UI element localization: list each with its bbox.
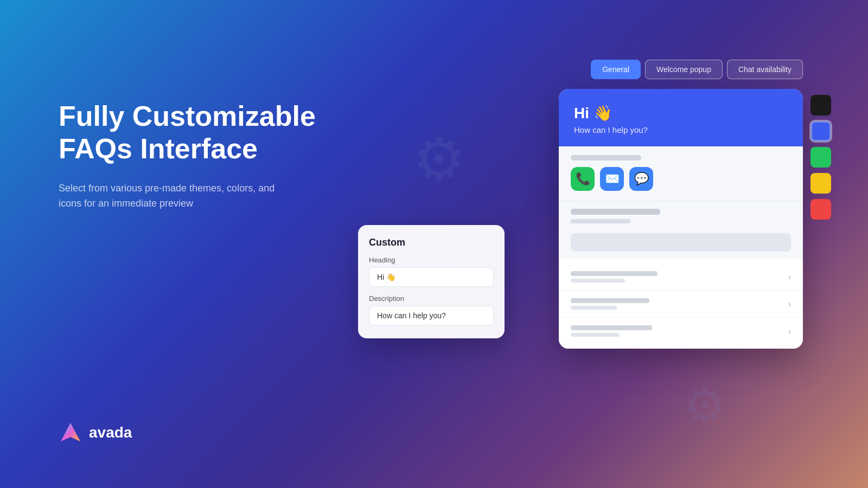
chat-description: How can I help you?	[574, 125, 788, 134]
description-label: Description	[369, 294, 494, 303]
email-icon: ✉️	[605, 172, 620, 186]
hero-section: Fully Customizable FAQs Interface Select…	[59, 100, 362, 211]
faq-item-2[interactable]: ›	[559, 291, 803, 318]
faq-bar-2-short	[571, 306, 617, 310]
contact-icons-row: 📞 ✉️ 💬	[571, 167, 791, 191]
email-icon-circle[interactable]: ✉️	[600, 167, 624, 191]
faq-item-1[interactable]: ›	[559, 264, 803, 291]
swatch-yellow[interactable]	[810, 173, 831, 194]
tab-welcome[interactable]: Welcome popup	[645, 60, 723, 79]
hero-subtitle: Select from various pre-made themes, col…	[59, 181, 297, 212]
messenger-icon-circle[interactable]: 💬	[629, 167, 653, 191]
faq-item-3[interactable]: ›	[559, 318, 803, 344]
faq-chevron-2: ›	[788, 299, 791, 309]
contact-section: 📞 ✉️ 💬	[559, 146, 803, 201]
chat-greeting: Hi 👋	[574, 104, 788, 122]
faq-bar-1-short	[571, 279, 625, 282]
tabs-bar: General Welcome popup Chat availability	[499, 60, 803, 79]
faq-search-bar[interactable]	[571, 233, 791, 252]
faq-item-1-content	[571, 271, 658, 282]
faq-bar-1-long	[571, 271, 658, 276]
color-swatches-panel	[810, 95, 831, 220]
swatch-blue[interactable]	[810, 121, 831, 142]
faq-item-2-content	[571, 298, 649, 310]
phone-icon-circle[interactable]: 📞	[571, 167, 595, 191]
chat-header: Hi 👋 How can I help you?	[559, 89, 803, 146]
logo-section: avada	[59, 421, 132, 445]
avada-logo-icon	[59, 421, 82, 445]
faq-chevron-1: ›	[788, 272, 791, 282]
contact-placeholder-bar	[571, 155, 641, 160]
swatch-red[interactable]	[810, 199, 831, 220]
phone-icon: 📞	[576, 172, 590, 186]
swatch-green[interactable]	[810, 147, 831, 168]
faq-item-3-content	[571, 325, 652, 337]
faq-bar-3-short	[571, 333, 620, 337]
faq-header-area	[559, 201, 803, 229]
gear-decoration-1: ⚙	[412, 125, 466, 194]
gear-decoration-2: ⚙	[683, 377, 727, 434]
faq-bar-3-long	[571, 325, 652, 330]
faq-chevron-3: ›	[788, 326, 791, 336]
logo-text: avada	[89, 424, 132, 441]
tab-general[interactable]: General	[591, 60, 641, 79]
faq-title-bar	[571, 209, 660, 215]
heading-label: Heading	[369, 256, 494, 264]
custom-panel: Custom Heading Description	[358, 225, 505, 338]
messenger-icon: 💬	[634, 172, 649, 186]
faq-items-area: › › ›	[559, 259, 803, 349]
faq-search-area	[559, 229, 803, 259]
svg-marker-0	[61, 423, 80, 441]
faq-subtitle-bar	[571, 219, 630, 223]
preview-card: Hi 👋 How can I help you? 📞 ✉️ 💬	[559, 89, 803, 349]
hero-title: Fully Customizable FAQs Interface	[59, 100, 362, 165]
right-section: General Welcome popup Chat availability …	[499, 60, 803, 349]
heading-input[interactable]	[369, 267, 494, 287]
description-input[interactable]	[369, 306, 494, 325]
custom-panel-title: Custom	[369, 237, 494, 248]
tab-availability[interactable]: Chat availability	[727, 60, 803, 79]
swatch-black[interactable]	[810, 95, 831, 115]
faq-bar-2-long	[571, 298, 649, 303]
